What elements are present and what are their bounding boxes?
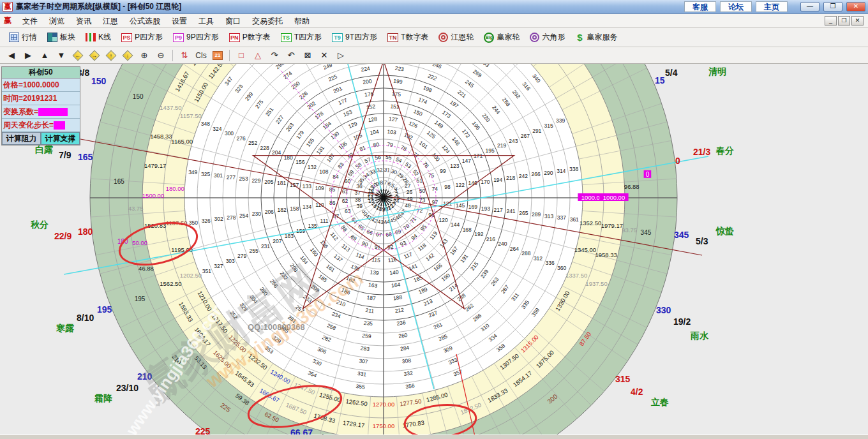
nav-down[interactable]: ▼	[54, 48, 69, 62]
step-down[interactable]: ↓	[120, 48, 135, 62]
svg-text:79: 79	[387, 141, 394, 148]
svg-text:276: 276	[236, 135, 245, 142]
svg-text:212: 212	[394, 306, 405, 314]
zoom-in[interactable]: ⊕	[137, 48, 152, 62]
mdi-control-1[interactable]: ❐	[838, 16, 850, 26]
svg-text:43.75: 43.75	[128, 205, 144, 212]
svg-text:1337.50: 1337.50	[565, 272, 587, 279]
svg-text:145: 145	[456, 202, 465, 209]
svg-text:193: 193	[481, 205, 490, 212]
svg-text:284: 284	[400, 345, 410, 352]
wheel-rim-label: 330	[656, 305, 671, 315]
wheel-rim-label: 5/4	[665, 68, 677, 78]
svg-text:312: 312	[534, 255, 542, 262]
menu-item-窗口[interactable]: 窗口	[220, 15, 246, 27]
svg-text:31: 31	[384, 167, 391, 174]
svg-text:339: 339	[556, 117, 565, 124]
svg-text:1479.17: 1479.17	[144, 162, 166, 169]
toolbar-button-赢家轮[interactable]: Big赢家轮	[479, 29, 525, 45]
menu-item-资讯[interactable]: 资讯	[70, 15, 97, 27]
triangle-tool[interactable]: △	[250, 48, 266, 62]
svg-text:360: 360	[557, 265, 566, 271]
toolbar-button-T四方形[interactable]: TST四方形	[276, 29, 327, 45]
minimize-button[interactable]: —	[800, 2, 819, 11]
toolbar-button-T数字表[interactable]: TNT数字表	[382, 29, 433, 45]
wheel-rim-label: 7/9	[59, 150, 71, 160]
select-region[interactable]: ⊠	[300, 48, 315, 62]
svg-text:150: 150	[133, 93, 144, 100]
updown-marks[interactable]: ⇅	[177, 48, 192, 62]
toolbar-button-江恩轮[interactable]: 江恩轮	[433, 29, 479, 45]
menu-item-交易委托[interactable]: 交易委托	[246, 15, 288, 27]
svg-text:314: 314	[557, 168, 565, 174]
blocks-icon	[47, 33, 57, 42]
svg-text:62: 62	[342, 198, 348, 204]
nav-right[interactable]: ▶	[20, 48, 36, 62]
mdi-control-2[interactable]: ✕	[851, 16, 864, 26]
title-link-1[interactable]: 论坛	[720, 1, 752, 12]
wheel-rim-label: 立春	[651, 397, 669, 408]
svg-text:188: 188	[393, 294, 403, 301]
svg-text:216: 216	[486, 236, 495, 242]
menu-item-帮助[interactable]: 帮助	[288, 15, 315, 27]
svg-text:253: 253	[239, 175, 248, 182]
rotate-ccw[interactable]: ↶	[283, 48, 299, 62]
svg-text:1458.33: 1458.33	[150, 133, 172, 140]
svg-text:187: 187	[366, 294, 377, 302]
toolbar-button-P四方形[interactable]: PSP四方形	[116, 29, 168, 45]
svg-text:168: 168	[463, 227, 472, 233]
svg-text:72: 72	[417, 207, 423, 214]
step-left[interactable]: ←	[70, 48, 86, 62]
svg-text:289: 289	[532, 211, 541, 218]
zoom-out[interactable]: ⊖	[153, 48, 168, 62]
nav-up[interactable]: ▲	[37, 48, 52, 62]
TN-icon: TN	[387, 33, 398, 42]
svg-text:345: 345	[641, 229, 652, 236]
menu-item-江恩[interactable]: 江恩	[97, 15, 124, 27]
svg-text:147: 147	[462, 158, 471, 164]
wheel-rim-label: 210	[137, 371, 152, 382]
menu-item-公式选股[interactable]: 公式选股	[124, 15, 166, 27]
collapse-tool[interactable]: ✕	[317, 48, 332, 62]
window-title: 赢家老子时空周期系统[纵横版] - [科创50 江恩轮]	[16, 1, 181, 12]
cls-button[interactable]: Cls	[193, 48, 209, 62]
toolbar-button-9T四方形[interactable]: T99T四方形	[327, 29, 382, 45]
mdi-control-0[interactable]: _	[825, 16, 837, 26]
svg-text:120: 120	[439, 217, 448, 223]
toolbar-button-9P四方形[interactable]: P99P四方形	[168, 29, 224, 45]
toolbar-button-赢家服务[interactable]: $赢家服务	[570, 29, 622, 45]
toolbar-button-板块[interactable]: 板块	[42, 29, 80, 45]
restore-button[interactable]: ❐	[823, 2, 842, 11]
svg-text:140: 140	[389, 269, 400, 276]
calc-resistance-button[interactable]: 计算阻力	[2, 132, 41, 145]
svg-text:279: 279	[237, 253, 246, 259]
svg-text:302: 302	[214, 216, 223, 222]
step-up[interactable]: ↑	[103, 48, 119, 62]
svg-text:86: 86	[329, 200, 336, 206]
pointer-tool[interactable]: ▷	[333, 48, 348, 62]
calendar[interactable]: 21	[210, 48, 225, 62]
step-right[interactable]: →	[87, 48, 102, 62]
nav-left[interactable]: ◀	[4, 48, 19, 62]
toolbar-button-P数字表[interactable]: PNP数字表	[224, 29, 276, 45]
title-link-2[interactable]: 主页	[756, 1, 788, 12]
menu-item-设置[interactable]: 设置	[166, 15, 193, 27]
close-button[interactable]: ✕	[846, 2, 865, 11]
calc-support-button[interactable]: 计算支撑	[41, 132, 80, 145]
svg-text:128: 128	[368, 115, 378, 123]
rect-tool[interactable]: □	[234, 48, 249, 62]
toolbar-button-六角形[interactable]: 六角形	[525, 29, 570, 45]
svg-text:170: 170	[481, 179, 490, 185]
svg-text:156: 156	[296, 159, 304, 165]
toolbar-button-行情[interactable]: 行情	[4, 29, 42, 45]
menu-item-工具[interactable]: 工具	[193, 15, 220, 27]
svg-text:39: 39	[357, 203, 363, 209]
menu-item-浏览[interactable]: 浏览	[43, 15, 70, 27]
toolbar-button-K线[interactable]: K线	[80, 29, 116, 45]
rotate-cw[interactable]: ↷	[267, 48, 282, 62]
svg-text:175: 175	[391, 90, 401, 98]
menu-item-文件[interactable]: 文件	[17, 15, 43, 27]
svg-text:1270.00: 1270.00	[373, 401, 394, 408]
application-window: 赢 赢家老子时空周期系统[纵横版] - [科创50 江恩轮] 客服论坛主页 — …	[0, 0, 868, 439]
title-link-0[interactable]: 客服	[684, 1, 716, 12]
